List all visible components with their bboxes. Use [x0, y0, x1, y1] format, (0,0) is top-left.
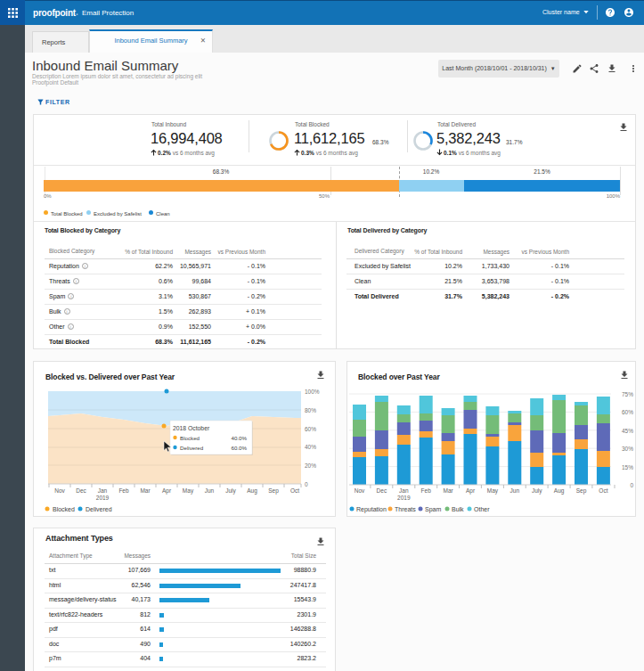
- svg-text:July: July: [532, 487, 542, 495]
- svg-text:Dec: Dec: [76, 487, 86, 494]
- svg-text:Sep: Sep: [268, 487, 279, 495]
- svg-text:Reputation: Reputation: [356, 506, 387, 513]
- svg-text:Apr: Apr: [162, 487, 172, 495]
- svg-text:Feb: Feb: [118, 487, 129, 494]
- svg-text:Oct: Oct: [599, 487, 607, 494]
- svg-text:Jun: Jun: [205, 487, 215, 494]
- svg-text:Delivered: Delivered: [86, 506, 112, 512]
- svg-text:Oct: Oct: [290, 487, 299, 494]
- svg-text:Spam: Spam: [425, 506, 441, 513]
- svg-text:60.0%: 60.0%: [231, 445, 247, 451]
- svg-text:60%: 60%: [305, 426, 316, 432]
- svg-text:Apr: Apr: [466, 487, 476, 495]
- svg-text:Dec: Dec: [377, 487, 387, 494]
- svg-text:60%: 60%: [622, 409, 633, 415]
- svg-text:Jan: Jan: [399, 487, 409, 494]
- svg-text:Jun: Jun: [510, 487, 520, 494]
- svg-text:Aug: Aug: [247, 487, 257, 495]
- svg-text:Nov: Nov: [355, 487, 365, 494]
- svg-text:Blocked: Blocked: [53, 506, 75, 512]
- svg-text:Sep: Sep: [576, 487, 587, 495]
- svg-text:20%: 20%: [305, 462, 316, 469]
- svg-text:May: May: [487, 487, 499, 495]
- svg-text:May: May: [183, 487, 194, 495]
- svg-text:Aug: Aug: [554, 487, 565, 495]
- svg-text:Mar: Mar: [443, 487, 453, 494]
- svg-text:2019: 2019: [96, 495, 110, 501]
- svg-text:Blocked: Blocked: [180, 435, 200, 441]
- svg-text:0: 0: [305, 481, 308, 487]
- svg-text:Delivered: Delivered: [180, 445, 204, 451]
- svg-text:40%: 40%: [305, 444, 316, 450]
- svg-text:15%: 15%: [622, 464, 633, 471]
- svg-text:Feb: Feb: [421, 487, 432, 494]
- svg-text:Other: Other: [474, 506, 490, 512]
- svg-text:Threats: Threats: [395, 506, 416, 512]
- svg-text:Jan: Jan: [98, 487, 108, 494]
- svg-text:Mar: Mar: [140, 487, 151, 494]
- svg-text:100%: 100%: [305, 389, 320, 395]
- svg-text:2019: 2019: [397, 495, 411, 501]
- svg-text:Bulk: Bulk: [452, 506, 464, 512]
- svg-text:80%: 80%: [305, 407, 316, 413]
- svg-text:0: 0: [630, 482, 633, 488]
- svg-text:2018 October: 2018 October: [173, 425, 210, 431]
- svg-text:30%: 30%: [622, 446, 633, 452]
- svg-text:Nov: Nov: [54, 487, 65, 494]
- svg-text:45%: 45%: [622, 428, 633, 434]
- svg-text:40.0%: 40.0%: [231, 435, 247, 441]
- svg-text:July: July: [225, 487, 236, 495]
- svg-text:75%: 75%: [622, 391, 633, 397]
